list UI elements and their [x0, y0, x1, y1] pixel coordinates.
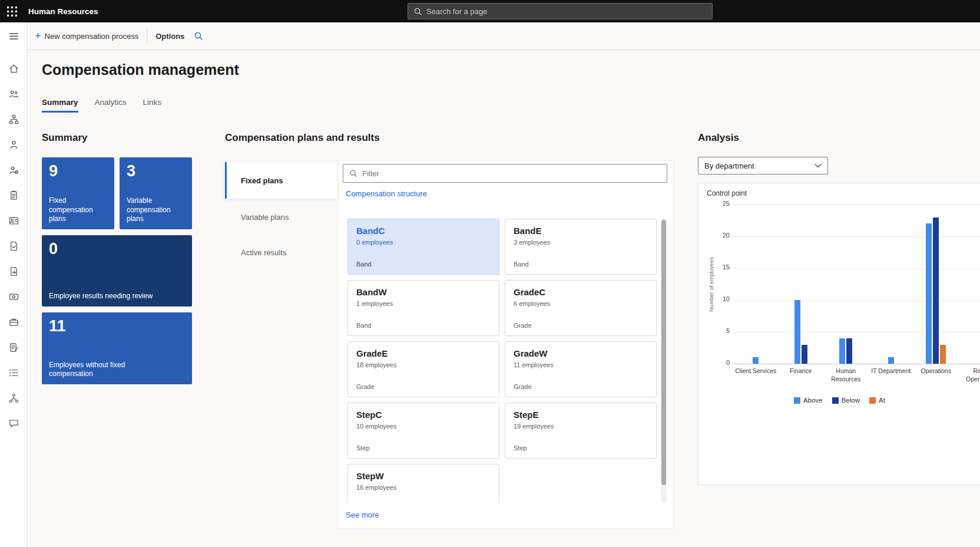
menu-toggle-icon[interactable] [0, 22, 27, 50]
nav-positions-icon[interactable] [0, 183, 27, 208]
bar-group [959, 205, 980, 364]
see-more-link[interactable]: See more [346, 510, 379, 519]
app-title[interactable]: Human Resources [28, 7, 98, 16]
plan-card-employees: 18 employees [356, 361, 491, 368]
nav-performance-icon[interactable] [0, 335, 27, 360]
legend-item-at: At [869, 397, 885, 404]
tile-employees-without-fixed[interactable]: 11 Employees without fixed compensation [42, 312, 192, 384]
legend-label: Below [842, 397, 860, 404]
plans-tab-active-results[interactable]: Active results [225, 234, 337, 271]
compensation-structure-link[interactable]: Compensation structure [346, 189, 427, 198]
nav-recruitment-icon[interactable] [0, 309, 27, 335]
tile-label: Fixed compensation plans [49, 196, 110, 224]
nav-employee-card-icon[interactable] [0, 208, 27, 233]
nav-home-icon[interactable] [0, 56, 27, 81]
tile-label: Variable compensation plans [127, 196, 187, 224]
nav-tasks-icon[interactable] [0, 360, 27, 385]
plan-card-employees: 0 employees [356, 239, 491, 246]
chart-x-label: Operations [913, 367, 959, 375]
nav-benefits-icon[interactable] [0, 259, 27, 284]
legend-item-below: Below [832, 397, 860, 404]
plan-card-employees: 3 employees [514, 239, 648, 246]
nav-organization-icon[interactable] [0, 107, 27, 132]
action-bar-divider [147, 29, 147, 42]
chevron-down-icon [815, 163, 822, 168]
legend-swatch [869, 397, 876, 404]
options-button[interactable]: Options [155, 32, 184, 41]
plan-card-stepe[interactable]: StepE 19 employees Step [505, 403, 657, 459]
bar-above [926, 223, 932, 364]
plan-card-bandw[interactable]: BandW 1 employees Band [347, 280, 499, 336]
plus-icon: + [35, 31, 41, 41]
tile-label: Employees without fixed compensation [49, 361, 146, 379]
bar-below [933, 218, 939, 364]
plan-card-gradee[interactable]: GradeE 18 employees Grade [347, 341, 499, 397]
chart-y-tick-label: 25 [712, 200, 730, 207]
new-compensation-process-label: New compensation process [45, 32, 139, 41]
plans-tab-fixed[interactable]: Fixed plans [225, 162, 337, 199]
global-search-input[interactable] [426, 7, 707, 16]
plans-scrollbar[interactable] [661, 219, 667, 503]
tile-results-needing-review[interactable]: 0 Employee results needing review [42, 235, 192, 307]
nav-feedback-icon[interactable] [0, 411, 27, 436]
nav-compensation-icon[interactable] [0, 233, 27, 259]
bar-group [913, 205, 959, 364]
legend-item-above: Above [794, 397, 823, 404]
plan-card-type: Grade [356, 383, 491, 390]
plan-card-gradew[interactable]: GradeW 11 employees Grade [505, 341, 657, 397]
tab-summary[interactable]: Summary [42, 98, 78, 113]
tile-label: Employee results needing review [49, 292, 187, 301]
plan-card-title: StepE [514, 410, 648, 420]
nav-employees-icon[interactable] [0, 81, 27, 107]
tab-analytics[interactable]: Analytics [95, 98, 127, 113]
plan-card-type: Band [356, 322, 491, 329]
tile-fixed-plans[interactable]: 9 Fixed compensation plans [42, 157, 114, 229]
plans-filter-box[interactable] [343, 164, 667, 183]
bar-below [802, 345, 807, 364]
chart-x-axis-labels: Client ServicesFinanceHuman ResourcesIT … [733, 367, 980, 388]
legend-swatch [794, 397, 800, 404]
plan-card-type: Grade [514, 322, 648, 329]
new-compensation-process-button[interactable]: + New compensation process [35, 31, 138, 41]
plan-card-bandc[interactable]: BandC 0 employees Band [347, 219, 499, 275]
nav-sidebar [0, 22, 28, 547]
plan-cards-grid: BandC 0 employees Band BandE 3 employees… [347, 219, 657, 503]
global-search-box[interactable] [408, 3, 713, 19]
nav-personnel-icon[interactable] [0, 132, 27, 157]
plan-card-stepw[interactable]: StepW 16 employees Step [347, 464, 499, 503]
plan-card-stepc[interactable]: StepC 10 employees Step [347, 403, 499, 459]
page-title: Compensation management [42, 61, 239, 78]
chart-y-tick-label: 10 [712, 295, 730, 302]
bar-group [823, 205, 869, 364]
plan-card-bande[interactable]: BandE 3 employees Band [505, 219, 657, 275]
plan-card-employees: 1 employees [356, 300, 491, 307]
nav-teams-icon[interactable] [0, 157, 27, 183]
analysis-dropdown[interactable]: By department [698, 157, 828, 174]
bar-at [940, 345, 946, 364]
tab-links[interactable]: Links [143, 98, 162, 113]
plans-filter-input[interactable] [362, 169, 661, 178]
nav-payroll-icon[interactable] [0, 284, 27, 309]
chart-y-tick-label: 20 [712, 232, 730, 239]
summary-heading: Summary [42, 132, 87, 144]
tile-value: 11 [42, 312, 192, 335]
plan-card-title: GradeW [514, 348, 648, 358]
tile-variable-plans[interactable]: 3 Variable compensation plans [120, 157, 192, 229]
plan-card-title: GradeC [514, 287, 648, 297]
plans-tab-label: Variable plans [241, 213, 289, 222]
nav-process-icon[interactable] [0, 385, 27, 411]
plans-tab-label: Fixed plans [241, 176, 283, 185]
plans-tab-variable[interactable]: Variable plans [225, 199, 337, 235]
bar-group [779, 205, 824, 364]
legend-swatch [832, 397, 839, 404]
bar-above [753, 357, 759, 364]
app-launcher-icon[interactable] [0, 0, 24, 22]
plan-card-gradec[interactable]: GradeC 6 employees Grade [505, 280, 657, 336]
plan-card-title: StepW [356, 471, 491, 481]
chart-y-tick-label: 0 [712, 359, 730, 366]
bar-above [839, 338, 845, 364]
scrollbar-thumb[interactable] [661, 220, 666, 485]
ribbon-search-icon[interactable] [194, 31, 203, 41]
chart-legend: AboveBelowAt [698, 397, 980, 404]
legend-label: At [879, 397, 885, 404]
